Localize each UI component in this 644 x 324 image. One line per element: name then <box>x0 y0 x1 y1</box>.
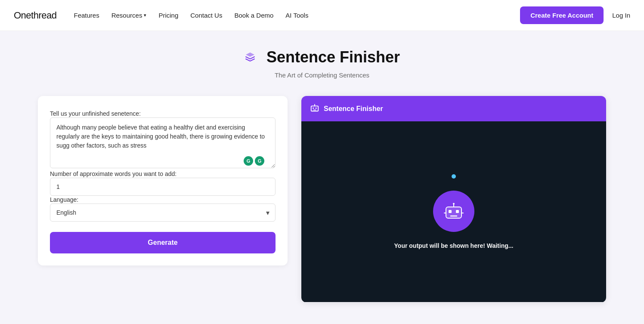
right-panel-header: Sentence Finisher <box>301 96 606 121</box>
nav-features[interactable]: Features <box>74 12 99 19</box>
robot-container: Your output will be shown here! Waiting.… <box>394 174 514 249</box>
generate-button[interactable]: Generate <box>50 232 276 253</box>
page-title: Sentence Finisher <box>266 48 400 66</box>
tool-layout: Tell us your unfinished senetence: G G N… <box>38 96 606 302</box>
navbar: Onethread Features Resources ▾ Pricing C… <box>0 0 644 31</box>
words-label: Number of approximate words you want to … <box>50 170 176 177</box>
nav-contact[interactable]: Contact Us <box>190 12 222 19</box>
svg-rect-0 <box>311 106 319 111</box>
grammarly-icon-2: G <box>255 156 264 166</box>
svg-point-5 <box>453 203 455 205</box>
grammarly-icon-1: G <box>244 156 253 166</box>
robot-dot <box>452 174 456 179</box>
nav-links: Features Resources ▾ Pricing Contact Us … <box>74 12 520 19</box>
page-subtitle: The Art of Completing Sentences <box>38 71 606 79</box>
chevron-down-icon: ▾ <box>144 12 146 18</box>
sentence-label: Tell us your unfinished senetence: <box>50 110 141 117</box>
logo[interactable]: Onethread <box>14 10 56 21</box>
language-select-wrapper: English Spanish French German Italian Po… <box>50 204 276 222</box>
nav-pricing[interactable]: Pricing <box>158 12 178 19</box>
create-account-button[interactable]: Create Free Account <box>520 6 604 24</box>
robot-avatar <box>433 191 474 232</box>
sentence-input[interactable] <box>50 117 276 168</box>
main-content: Sentence Finisher The Art of Completing … <box>21 31 623 324</box>
right-panel: Sentence Finisher <box>301 96 606 302</box>
svg-point-1 <box>314 104 315 105</box>
logo-part1: One <box>14 10 31 21</box>
language-label: Language: <box>50 196 78 203</box>
nav-resources[interactable]: Resources ▾ <box>111 12 147 19</box>
output-waiting-text: Your output will be shown here! Waiting.… <box>394 242 514 249</box>
page-header: Sentence Finisher The Art of Completing … <box>38 48 606 79</box>
textarea-wrapper: G G <box>50 117 276 170</box>
svg-rect-7 <box>456 210 459 213</box>
svg-rect-6 <box>449 210 452 213</box>
words-input[interactable] <box>50 178 276 196</box>
right-panel-title: Sentence Finisher <box>324 105 383 113</box>
stack-icon <box>244 51 256 63</box>
left-panel: Tell us your unfinished senetence: G G N… <box>38 96 288 265</box>
nav-ai-tools[interactable]: AI Tools <box>285 12 308 19</box>
nav-book-demo[interactable]: Book a Demo <box>234 12 273 19</box>
logo-part2: thread <box>31 10 56 21</box>
robot-header-icon <box>310 103 319 114</box>
login-button[interactable]: Log In <box>612 12 630 19</box>
svg-rect-3 <box>316 108 317 109</box>
language-select[interactable]: English Spanish French German Italian Po… <box>50 204 276 222</box>
grammarly-icons: G G <box>244 156 264 166</box>
svg-rect-2 <box>313 108 314 109</box>
nav-actions: Create Free Account Log In <box>520 6 630 24</box>
right-panel-body: Your output will be shown here! Waiting.… <box>301 121 606 302</box>
